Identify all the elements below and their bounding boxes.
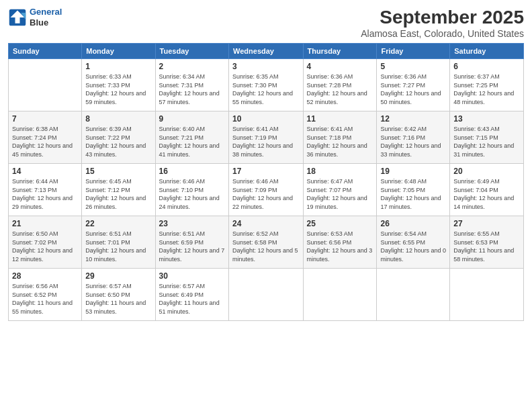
day-cell: 14Sunrise: 6:44 AMSunset: 7:13 PMDayligh…	[9, 164, 82, 216]
day-info: Sunrise: 6:34 AMSunset: 7:31 PMDaylight:…	[159, 73, 225, 106]
day-number: 17	[232, 167, 300, 176]
month-title: September 2025	[361, 7, 524, 28]
day-number: 24	[232, 219, 300, 228]
day-number: 12	[380, 114, 446, 124]
day-cell: 18Sunrise: 6:47 AMSunset: 7:07 PMDayligh…	[303, 164, 377, 216]
day-info: Sunrise: 6:47 AMSunset: 7:07 PMDaylight:…	[307, 177, 373, 211]
week-row-4: 21Sunrise: 6:50 AMSunset: 7:02 PMDayligh…	[9, 216, 524, 269]
day-cell: 26Sunrise: 6:54 AMSunset: 6:55 PMDayligh…	[377, 216, 450, 269]
day-cell: 3Sunrise: 6:35 AMSunset: 7:30 PMDaylight…	[229, 59, 304, 111]
day-number: 15	[85, 167, 151, 176]
day-cell: 29Sunrise: 6:57 AMSunset: 6:50 PMDayligh…	[82, 269, 155, 321]
header-cell-thursday: Thursday	[303, 44, 377, 59]
day-cell: 1Sunrise: 6:33 AMSunset: 7:33 PMDaylight…	[82, 59, 155, 111]
day-info: Sunrise: 6:51 AMSunset: 7:01 PMDaylight:…	[85, 230, 151, 263]
day-cell: 17Sunrise: 6:46 AMSunset: 7:09 PMDayligh…	[229, 164, 304, 216]
day-cell: 20Sunrise: 6:49 AMSunset: 7:04 PMDayligh…	[450, 164, 524, 216]
day-cell: 4Sunrise: 6:36 AMSunset: 7:28 PMDaylight…	[303, 59, 377, 111]
day-cell: 7Sunrise: 6:38 AMSunset: 7:24 PMDaylight…	[9, 111, 82, 164]
week-row-2: 7Sunrise: 6:38 AMSunset: 7:24 PMDaylight…	[9, 111, 524, 164]
day-info: Sunrise: 6:51 AMSunset: 6:59 PMDaylight:…	[159, 230, 225, 263]
header-cell-wednesday: Wednesday	[229, 44, 304, 59]
day-cell: 22Sunrise: 6:51 AMSunset: 7:01 PMDayligh…	[82, 216, 155, 269]
day-cell: 2Sunrise: 6:34 AMSunset: 7:31 PMDaylight…	[155, 59, 228, 111]
day-number: 25	[307, 219, 373, 228]
header-row: SundayMondayTuesdayWednesdayThursdayFrid…	[9, 44, 524, 59]
day-cell: 10Sunrise: 6:41 AMSunset: 7:19 PMDayligh…	[229, 111, 304, 164]
day-info: Sunrise: 6:56 AMSunset: 6:52 PMDaylight:…	[12, 282, 78, 316]
day-number: 18	[307, 167, 373, 176]
day-cell	[450, 269, 524, 321]
day-number: 21	[12, 219, 78, 228]
day-info: Sunrise: 6:41 AMSunset: 7:18 PMDaylight:…	[307, 125, 373, 158]
page: General Blue September 2025 Alamosa East…	[0, 0, 532, 411]
day-cell: 6Sunrise: 6:37 AMSunset: 7:25 PMDaylight…	[450, 59, 524, 111]
day-number: 10	[232, 114, 300, 124]
day-cell: 27Sunrise: 6:55 AMSunset: 6:53 PMDayligh…	[450, 216, 524, 269]
week-row-5: 28Sunrise: 6:56 AMSunset: 6:52 PMDayligh…	[9, 269, 524, 321]
day-info: Sunrise: 6:43 AMSunset: 7:15 PMDaylight:…	[453, 125, 520, 158]
logo-line2: Blue	[30, 17, 62, 28]
day-number: 27	[453, 219, 520, 228]
day-number: 23	[159, 219, 225, 228]
day-cell: 8Sunrise: 6:39 AMSunset: 7:22 PMDaylight…	[82, 111, 155, 164]
day-cell	[303, 269, 377, 321]
day-info: Sunrise: 6:40 AMSunset: 7:21 PMDaylight:…	[159, 125, 225, 158]
day-number: 20	[453, 167, 520, 176]
day-cell: 5Sunrise: 6:36 AMSunset: 7:27 PMDaylight…	[377, 59, 450, 111]
day-cell: 24Sunrise: 6:52 AMSunset: 6:58 PMDayligh…	[229, 216, 304, 269]
header-cell-friday: Friday	[377, 44, 450, 59]
header-cell-monday: Monday	[82, 44, 155, 59]
logo-icon	[8, 8, 27, 27]
day-number: 14	[12, 167, 78, 176]
day-number: 8	[85, 114, 151, 124]
day-number: 11	[307, 114, 373, 124]
day-info: Sunrise: 6:53 AMSunset: 6:56 PMDaylight:…	[307, 230, 373, 263]
day-number: 4	[307, 62, 373, 71]
day-number: 3	[232, 62, 300, 71]
day-number: 22	[85, 219, 151, 228]
day-number: 1	[85, 62, 151, 71]
header-cell-saturday: Saturday	[450, 44, 524, 59]
day-cell	[229, 269, 304, 321]
day-cell: 11Sunrise: 6:41 AMSunset: 7:18 PMDayligh…	[303, 111, 377, 164]
day-cell	[377, 269, 450, 321]
day-number: 7	[12, 114, 78, 124]
day-cell: 12Sunrise: 6:42 AMSunset: 7:16 PMDayligh…	[377, 111, 450, 164]
day-info: Sunrise: 6:46 AMSunset: 7:09 PMDaylight:…	[232, 177, 300, 211]
title-area: September 2025 Alamosa East, Colorado, U…	[361, 7, 524, 39]
day-info: Sunrise: 6:46 AMSunset: 7:10 PMDaylight:…	[159, 177, 225, 211]
day-number: 16	[159, 167, 225, 176]
day-cell: 19Sunrise: 6:48 AMSunset: 7:05 PMDayligh…	[377, 164, 450, 216]
day-cell: 23Sunrise: 6:51 AMSunset: 6:59 PMDayligh…	[155, 216, 228, 269]
day-info: Sunrise: 6:52 AMSunset: 6:58 PMDaylight:…	[232, 230, 300, 263]
day-info: Sunrise: 6:36 AMSunset: 7:28 PMDaylight:…	[307, 73, 373, 106]
day-info: Sunrise: 6:35 AMSunset: 7:30 PMDaylight:…	[232, 73, 300, 106]
week-row-1: 1Sunrise: 6:33 AMSunset: 7:33 PMDaylight…	[9, 59, 524, 111]
day-info: Sunrise: 6:39 AMSunset: 7:22 PMDaylight:…	[85, 125, 151, 158]
day-number: 9	[159, 114, 225, 124]
day-info: Sunrise: 6:57 AMSunset: 6:49 PMDaylight:…	[159, 282, 225, 316]
day-number: 30	[159, 271, 225, 281]
day-cell: 9Sunrise: 6:40 AMSunset: 7:21 PMDaylight…	[155, 111, 228, 164]
day-number: 2	[159, 62, 225, 71]
logo: General Blue	[8, 7, 62, 28]
day-info: Sunrise: 6:36 AMSunset: 7:27 PMDaylight:…	[380, 73, 446, 106]
day-number: 29	[85, 271, 151, 281]
day-info: Sunrise: 6:57 AMSunset: 6:50 PMDaylight:…	[85, 282, 151, 316]
calendar-table: SundayMondayTuesdayWednesdayThursdayFrid…	[8, 43, 524, 321]
day-number: 13	[453, 114, 520, 124]
day-info: Sunrise: 6:48 AMSunset: 7:05 PMDaylight:…	[380, 177, 446, 211]
day-number: 26	[380, 219, 446, 228]
day-number: 19	[380, 167, 446, 176]
day-info: Sunrise: 6:44 AMSunset: 7:13 PMDaylight:…	[12, 177, 78, 211]
day-info: Sunrise: 6:45 AMSunset: 7:12 PMDaylight:…	[85, 177, 151, 211]
day-cell: 28Sunrise: 6:56 AMSunset: 6:52 PMDayligh…	[9, 269, 82, 321]
day-info: Sunrise: 6:37 AMSunset: 7:25 PMDaylight:…	[453, 73, 520, 106]
logo-line1: General	[30, 7, 62, 17]
week-row-3: 14Sunrise: 6:44 AMSunset: 7:13 PMDayligh…	[9, 164, 524, 216]
day-info: Sunrise: 6:49 AMSunset: 7:04 PMDaylight:…	[453, 177, 520, 211]
day-cell: 13Sunrise: 6:43 AMSunset: 7:15 PMDayligh…	[450, 111, 524, 164]
day-info: Sunrise: 6:33 AMSunset: 7:33 PMDaylight:…	[85, 73, 151, 106]
location-title: Alamosa East, Colorado, United States	[361, 28, 524, 39]
